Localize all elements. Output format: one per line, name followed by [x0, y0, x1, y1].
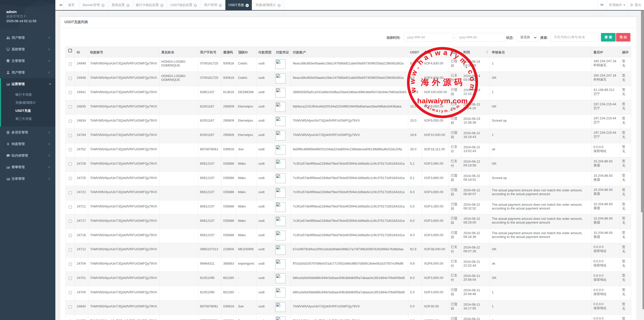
svg-text:¥: ¥: [7, 142, 9, 146]
svg-text:www.haiwaiym.com: www.haiwaiym.com: [408, 48, 477, 94]
svg-text:海外源码: 海外源码: [421, 78, 465, 87]
svg-text:haiwaiym.com: haiwaiym.com: [417, 97, 468, 105]
